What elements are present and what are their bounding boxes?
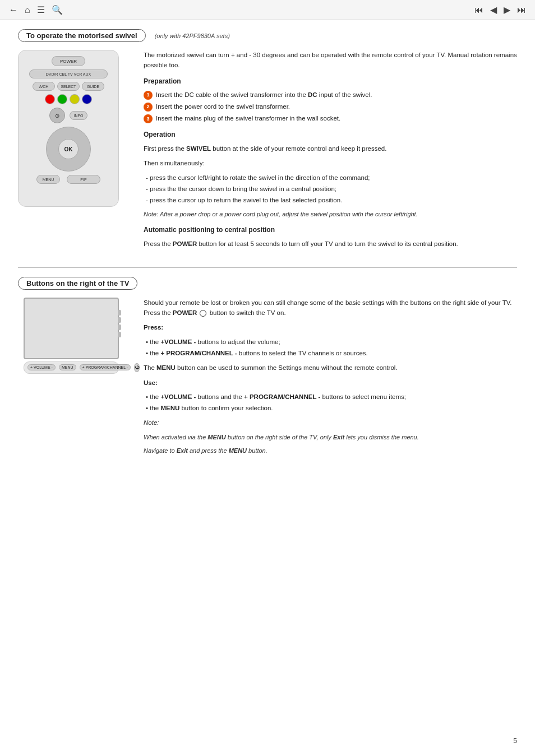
step-1: 1 Insert the DC cable of the swivel tran… (144, 90, 517, 100)
remote-pip-btn: PIP (67, 175, 100, 184)
remote-yellow-btn (70, 94, 80, 104)
toolbar-left: ← ⌂ ☰ 🔍 (9, 4, 63, 15)
section1-title: To operate the motorised swivel (18, 29, 146, 42)
operation-text1: First press the SWIVEL button at the sid… (144, 143, 517, 154)
press-bullet-1: • the +VOLUME - buttons to adjust the vo… (144, 337, 517, 347)
tv-side-buttons (118, 310, 121, 337)
remote-red-btn (45, 94, 55, 104)
power-symbol-icon (200, 310, 206, 317)
remote-row1: A/CH SELECT GUIDE (33, 82, 104, 91)
search-icon[interactable]: 🔍 (52, 4, 63, 15)
page-number: 5 (513, 737, 517, 745)
back-icon[interactable]: ← (9, 5, 18, 15)
tv-side-btn-4 (118, 332, 121, 337)
press-bullet-2: • the + PROGRAM/CHANNEL - buttons to sel… (144, 349, 517, 358)
operation-note: Note: After a power drop or a power cord… (144, 210, 517, 219)
use-bullet-1: • the +VOLUME - buttons and the + PROGRA… (144, 392, 517, 402)
doc-icon[interactable]: ☰ (37, 4, 45, 15)
next-icon[interactable]: ▶ (504, 4, 510, 15)
tv-power-btn: ⏻ (134, 363, 140, 372)
operation-bullets: - press the cursor left/right to rotate … (144, 173, 517, 206)
op-bullet-2: - press the the cursor down to bring the… (144, 184, 517, 194)
section1-subtitle: (only with 42PF9830A sets) (155, 33, 230, 39)
tv-side-btn-1 (118, 310, 121, 316)
use-heading: Use: (144, 378, 517, 388)
home-icon[interactable]: ⌂ (25, 5, 30, 15)
press-bullets: • the +VOLUME - buttons to adjust the vo… (144, 337, 517, 359)
operation-text2: Then simultaneously: (144, 158, 517, 168)
section1-header: To operate the motorised swivel (only wi… (18, 29, 517, 42)
use-bullets: • the +VOLUME - buttons and the + PROGRA… (144, 392, 517, 414)
section2-header: Buttons on the right of the TV (18, 277, 517, 290)
operation-heading: Operation (144, 129, 517, 140)
tv-side-btn-2 (118, 317, 121, 323)
step-1-number: 1 (144, 91, 153, 100)
auto-pos-heading: Automatic positioning to central positio… (144, 225, 517, 235)
remote-green-btn (57, 94, 67, 104)
remote-nav-circle: OK (46, 127, 91, 171)
next-track-icon[interactable]: ⏭ (517, 5, 526, 15)
step-2-number: 2 (144, 103, 153, 112)
remote-ach-btn: A/CH (33, 82, 55, 91)
remote-menu-row: MENU PIP (36, 175, 100, 184)
section2-intro: Should your remote be lost or broken you… (144, 298, 517, 318)
section2-title: Buttons on the right of the TV (18, 277, 137, 290)
remote-pfcontent-row: ⊙ INFO (49, 108, 87, 123)
tv-bottom-bar: + VOLUME - MENU + PROGRAM/CHANNEL - ⏻ (24, 361, 119, 374)
toolbar-right: ⏮ ◀ ▶ ⏭ (474, 4, 526, 15)
remote-blue-btn (82, 94, 92, 104)
menu-text: The MENU button can be used to summon th… (144, 363, 517, 373)
op-bullet-3: - press the cursor up to return the swiv… (144, 196, 517, 205)
remote-source-btn: DVD/R CBL TV VCR AUX (29, 69, 108, 78)
preparation-heading: Preparation (144, 76, 517, 87)
tv-program-btn: + PROGRAM/CHANNEL - (80, 364, 131, 370)
preparation-steps: 1 Insert the DC cable of the swivel tran… (144, 90, 517, 124)
toolbar: ← ⌂ ☰ 🔍 ⏮ ◀ ▶ ⏭ (0, 0, 535, 20)
op-bullet-1: - press the cursor left/right to rotate … (144, 173, 517, 183)
step-2: 2 Insert the power cord to the swivel tr… (144, 102, 517, 112)
remote-info-btn: INFO (70, 111, 87, 120)
auto-pos-text: Press the POWER button for at least 5 se… (144, 239, 517, 249)
step-3: 3 Insert the mains plug of the swivel tr… (144, 114, 517, 123)
page-content: To operate the motorised swivel (only wi… (0, 20, 535, 469)
section1-right: The motorized swivel can turn + and - 30… (144, 50, 517, 254)
tv-image: + VOLUME - MENU + PROGRAM/CHANNEL - ⏻ (18, 298, 124, 374)
use-bullet-2: • the MENU button to confirm your select… (144, 403, 517, 413)
remote-pf-icon: ⊙ (49, 108, 65, 123)
note-head: Note: (144, 418, 517, 428)
prev-icon[interactable]: ◀ (490, 4, 497, 15)
press-heading: Press: (144, 322, 517, 332)
section1-body: POWER DVD/R CBL TV VCR AUX A/CH SELECT G… (18, 50, 517, 254)
remote-control-image: POWER DVD/R CBL TV VCR AUX A/CH SELECT G… (18, 50, 119, 207)
remote-guide-btn: GUIDE (82, 82, 104, 91)
tv-side-btn-3 (118, 324, 121, 330)
section1-intro: The motorized swivel can turn + and - 30… (144, 50, 517, 71)
section-divider (18, 267, 517, 268)
tv-volume-btn: + VOLUME - (27, 364, 56, 370)
section2-left: + VOLUME - MENU + PROGRAM/CHANNEL - ⏻ (18, 298, 130, 460)
step-3-text: Insert the mains plug of the swivel tran… (156, 114, 340, 123)
step-1-text: Insert the DC cable of the swivel transf… (156, 90, 372, 100)
prev-track-icon[interactable]: ⏮ (474, 5, 483, 15)
remote-nav-ring: OK (46, 127, 91, 171)
remote-select-btn: SELECT (57, 82, 80, 91)
remote-power-btn: POWER (52, 56, 85, 66)
remote-color-buttons (45, 94, 92, 104)
section2-right: Should your remote be lost or broken you… (144, 298, 517, 460)
section1-left: POWER DVD/R CBL TV VCR AUX A/CH SELECT G… (18, 50, 130, 254)
section2-body: + VOLUME - MENU + PROGRAM/CHANNEL - ⏻ Sh… (18, 298, 517, 460)
remote-ok-btn: OK (58, 139, 79, 159)
remote-menu-btn: MENU (36, 175, 60, 184)
step-3-number: 3 (144, 114, 153, 123)
step-2-text: Insert the power cord to the swivel tran… (156, 102, 290, 112)
tv-menu-btn: MENU (59, 364, 76, 370)
tv-screen (24, 298, 119, 359)
note-text2: Navigate to Exit and press the MENU butt… (144, 446, 517, 456)
note-text1: When activated via the MENU button on th… (144, 433, 517, 442)
